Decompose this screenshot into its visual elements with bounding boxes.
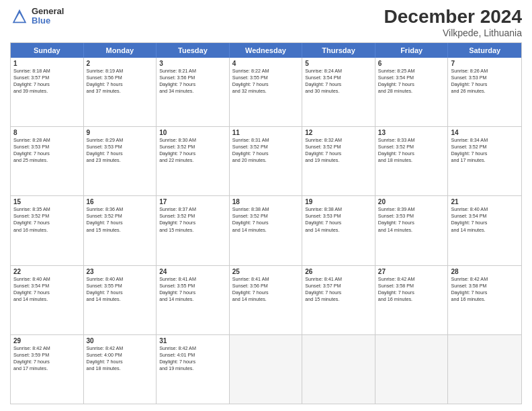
cell-info: Sunrise: 8:33 AMSunset: 3:52 PMDaylight:… xyxy=(378,137,445,164)
cell-line: Sunrise: 8:40 AM xyxy=(451,206,488,212)
day-cell-1: 1Sunrise: 8:18 AMSunset: 3:57 PMDaylight… xyxy=(11,58,84,126)
cell-line: and 25 minutes. xyxy=(13,157,48,163)
day-number: 14 xyxy=(451,129,519,136)
cell-line: Sunset: 3:58 PM xyxy=(378,283,414,289)
cell-line: Sunrise: 8:30 AM xyxy=(159,137,196,143)
cell-line: Daylight: 7 hours xyxy=(305,81,341,87)
cell-line: Sunrise: 8:19 AM xyxy=(87,68,124,74)
cell-line: and 39 minutes. xyxy=(13,88,48,94)
cell-line: Sunrise: 8:25 AM xyxy=(378,68,415,74)
cell-line: and 26 minutes. xyxy=(451,88,485,94)
cell-line: and 16 minutes. xyxy=(451,296,485,302)
day-number: 1 xyxy=(13,60,81,67)
cell-line: Sunset: 3:53 PM xyxy=(13,144,49,150)
cell-line: and 16 minutes. xyxy=(13,227,48,233)
cell-info: Sunrise: 8:40 AMSunset: 3:54 PMDaylight:… xyxy=(13,276,81,303)
cell-info: Sunrise: 8:41 AMSunset: 3:55 PMDaylight:… xyxy=(159,276,226,303)
cell-line: and 17 minutes. xyxy=(13,365,48,371)
cell-line: and 14 minutes. xyxy=(378,227,412,233)
cell-line: Sunrise: 8:42 AM xyxy=(13,345,50,351)
day-cell-5: 5Sunrise: 8:24 AMSunset: 3:54 PMDaylight… xyxy=(302,58,375,126)
cell-line: Sunset: 3:52 PM xyxy=(159,144,195,150)
cell-line: and 15 minutes. xyxy=(305,296,339,302)
cell-line: Sunrise: 8:28 AM xyxy=(13,137,50,143)
cell-info: Sunrise: 8:42 AMSunset: 3:58 PMDaylight:… xyxy=(451,276,519,303)
cell-info: Sunrise: 8:21 AMSunset: 3:56 PMDaylight:… xyxy=(159,68,226,95)
day-cell-24: 24Sunrise: 8:41 AMSunset: 3:55 PMDayligh… xyxy=(157,266,230,334)
cell-info: Sunrise: 8:30 AMSunset: 3:52 PMDaylight:… xyxy=(159,137,226,164)
cell-line: Sunset: 3:56 PM xyxy=(87,75,122,81)
cell-line: and 19 minutes. xyxy=(159,365,193,371)
cell-line: Sunset: 4:01 PM xyxy=(159,352,195,358)
day-number: 20 xyxy=(378,198,445,205)
cell-line: Sunset: 3:52 PM xyxy=(232,213,268,219)
day-cell-3: 3Sunrise: 8:21 AMSunset: 3:56 PMDaylight… xyxy=(157,58,230,126)
calendar-header: SundayMondayTuesdayWednesdayThursdayFrid… xyxy=(11,43,521,58)
cell-line: and 15 minutes. xyxy=(87,227,121,233)
cell-line: and 17 minutes. xyxy=(451,157,485,163)
cell-line: and 34 minutes. xyxy=(159,88,193,94)
day-cell-22: 22Sunrise: 8:40 AMSunset: 3:54 PMDayligh… xyxy=(11,266,84,334)
cell-line: Daylight: 7 hours xyxy=(13,359,50,365)
day-cell-8: 8Sunrise: 8:28 AMSunset: 3:53 PMDaylight… xyxy=(11,127,84,195)
cell-line: and 14 minutes. xyxy=(305,227,339,233)
cell-line: and 22 minutes. xyxy=(159,157,193,163)
cell-line: Sunset: 3:55 PM xyxy=(87,283,122,289)
logo-general: General xyxy=(32,7,64,16)
cell-line: Sunrise: 8:18 AM xyxy=(13,68,50,74)
day-cell-30: 30Sunrise: 8:42 AMSunset: 4:00 PMDayligh… xyxy=(84,335,157,404)
cell-line: Sunrise: 8:42 AM xyxy=(378,276,415,282)
cell-info: Sunrise: 8:42 AMSunset: 3:58 PMDaylight:… xyxy=(378,276,445,303)
cell-line: Sunset: 3:52 PM xyxy=(159,213,195,219)
cell-info: Sunrise: 8:38 AMSunset: 3:53 PMDaylight:… xyxy=(305,206,372,233)
cell-line: and 14 minutes. xyxy=(232,227,267,233)
cell-line: Sunrise: 8:41 AM xyxy=(305,276,342,282)
cell-info: Sunrise: 8:40 AMSunset: 3:54 PMDaylight:… xyxy=(451,206,519,233)
cell-info: Sunrise: 8:26 AMSunset: 3:53 PMDaylight:… xyxy=(451,68,519,95)
cell-line: Sunrise: 8:32 AM xyxy=(305,137,342,143)
calendar-row-2: 8Sunrise: 8:28 AMSunset: 3:53 PMDaylight… xyxy=(11,127,521,196)
cell-line: and 14 minutes. xyxy=(159,296,193,302)
cell-line: Daylight: 7 hours xyxy=(87,150,123,156)
cell-line: Daylight: 7 hours xyxy=(378,81,414,87)
cell-line: Sunrise: 8:33 AM xyxy=(378,137,415,143)
cell-line: Sunset: 3:52 PM xyxy=(378,144,414,150)
cell-line: Daylight: 7 hours xyxy=(13,289,50,295)
cell-line: and 18 minutes. xyxy=(378,157,412,163)
day-cell-28: 28Sunrise: 8:42 AMSunset: 3:58 PMDayligh… xyxy=(448,266,521,334)
day-header-friday: Friday xyxy=(375,43,449,58)
cell-line: Sunrise: 8:36 AM xyxy=(87,206,124,212)
cell-info: Sunrise: 8:22 AMSunset: 3:55 PMDaylight:… xyxy=(232,68,300,95)
cell-info: Sunrise: 8:32 AMSunset: 3:52 PMDaylight:… xyxy=(305,137,372,164)
cell-line: Sunrise: 8:24 AM xyxy=(305,68,342,74)
cell-info: Sunrise: 8:36 AMSunset: 3:52 PMDaylight:… xyxy=(87,206,154,233)
page-subtitle: Vilkpede, Lithuania xyxy=(384,28,522,38)
day-number: 15 xyxy=(13,198,81,205)
cell-line: Sunrise: 8:41 AM xyxy=(159,276,196,282)
cell-line: and 14 minutes. xyxy=(87,296,121,302)
cell-line: Sunset: 3:57 PM xyxy=(13,75,49,81)
cell-info: Sunrise: 8:39 AMSunset: 3:53 PMDaylight:… xyxy=(378,206,445,233)
day-number: 16 xyxy=(87,198,154,205)
cell-line: Sunset: 3:55 PM xyxy=(159,283,195,289)
cell-line: and 30 minutes. xyxy=(305,88,339,94)
cell-line: Daylight: 7 hours xyxy=(232,81,269,87)
cell-line: Sunset: 3:56 PM xyxy=(159,75,195,81)
day-number: 4 xyxy=(232,60,300,67)
cell-line: Sunset: 3:54 PM xyxy=(451,213,486,219)
day-cell-11: 11Sunrise: 8:31 AMSunset: 3:52 PMDayligh… xyxy=(230,127,303,195)
day-number: 24 xyxy=(159,268,226,275)
cell-info: Sunrise: 8:37 AMSunset: 3:52 PMDaylight:… xyxy=(159,206,226,233)
cell-line: and 32 minutes. xyxy=(232,88,267,94)
cell-line: Sunrise: 8:42 AM xyxy=(451,276,488,282)
cell-line: Sunrise: 8:31 AM xyxy=(232,137,269,143)
logo-text: General Blue xyxy=(32,7,64,26)
cell-info: Sunrise: 8:35 AMSunset: 3:52 PMDaylight:… xyxy=(13,206,81,233)
day-cell-9: 9Sunrise: 8:29 AMSunset: 3:53 PMDaylight… xyxy=(84,127,157,195)
empty-cell xyxy=(375,335,449,404)
empty-cell xyxy=(230,335,303,404)
empty-cell xyxy=(448,335,521,404)
cell-info: Sunrise: 8:42 AMSunset: 4:01 PMDaylight:… xyxy=(159,345,226,372)
cell-line: Daylight: 7 hours xyxy=(159,359,195,365)
cell-line: Sunrise: 8:42 AM xyxy=(159,345,196,351)
